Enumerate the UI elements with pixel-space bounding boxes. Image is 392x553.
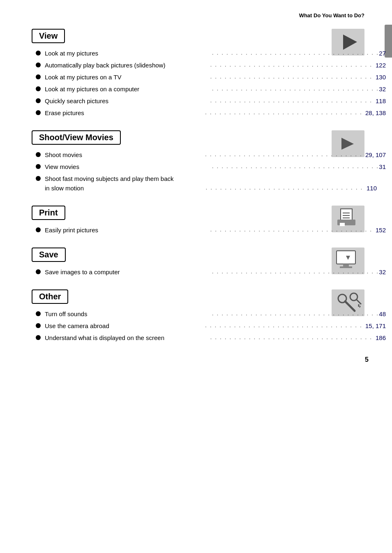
list-item: Automatically play back pictures (slides… xyxy=(36,61,377,70)
page-header: What Do You Want to Do? xyxy=(32,12,377,19)
section-view-title: View xyxy=(32,29,65,43)
bullet-icon xyxy=(36,227,41,232)
dot-leader xyxy=(212,84,378,93)
bullet-icon xyxy=(36,176,41,181)
dot-leader xyxy=(212,49,378,58)
section-movies-items: Shoot movies 29, 107 View movies 31 Shoo… xyxy=(32,150,377,193)
bullet-icon xyxy=(36,62,41,67)
dot-leader xyxy=(210,333,374,342)
dot-leader xyxy=(212,162,378,171)
list-item: Shoot fast moving subjects and play them… xyxy=(36,174,377,193)
list-item: Easily print pictures 152 xyxy=(36,226,377,235)
section-save: Save Save images to a computer 32 xyxy=(32,248,377,277)
section-view-items: Look at my pictures 27 Automatically pla… xyxy=(32,49,377,118)
section-other-title: Other xyxy=(32,289,68,304)
bullet-icon xyxy=(36,110,41,115)
dot-leader xyxy=(210,72,374,81)
bullet-icon xyxy=(36,269,41,274)
dot-leader xyxy=(205,321,364,330)
dot-leader xyxy=(210,225,374,234)
dot-leader xyxy=(212,309,378,318)
section-movies: Shoot/View Movies Shoot movies 29, 107 V… xyxy=(32,130,377,193)
dot-leader xyxy=(205,183,365,192)
dot-leader xyxy=(210,60,374,69)
dot-leader xyxy=(210,96,374,105)
bullet-icon xyxy=(36,74,41,79)
bullet-icon xyxy=(36,335,41,340)
list-item: Save images to a computer 32 xyxy=(36,268,377,277)
list-item: Shoot movies 29, 107 xyxy=(36,150,377,160)
svg-rect-12 xyxy=(337,251,355,264)
bullet-icon xyxy=(36,311,41,316)
dot-leader xyxy=(212,267,378,276)
list-item: Look at my pictures on a computer 32 xyxy=(36,85,377,94)
section-save-title: Save xyxy=(32,248,66,262)
dot-leader xyxy=(205,150,364,159)
section-print: Print Easily print pictures 152 xyxy=(32,206,377,235)
header-title: What Do You Want to Do? xyxy=(299,12,364,19)
bullet-icon xyxy=(36,164,41,169)
bullet-icon xyxy=(36,323,41,328)
bullet-icon xyxy=(36,86,41,91)
bullet-icon xyxy=(36,98,41,103)
section-other-items: Turn off sounds 48 Use the camera abroad… xyxy=(32,310,377,343)
page-number: 5 xyxy=(365,356,369,363)
list-item: Erase pictures 28, 138 xyxy=(36,109,377,118)
section-other: Other Turn off sounds 48 Use the camera … xyxy=(32,289,377,343)
section-save-items: Save images to a computer 32 xyxy=(32,268,377,277)
list-item: Turn off sounds 48 xyxy=(36,310,377,319)
svg-rect-13 xyxy=(343,264,349,266)
section-view: View Look at my pictures 27 Automaticall… xyxy=(32,29,377,118)
list-item: Understand what is displayed on the scre… xyxy=(36,333,377,343)
section-movies-title: Shoot/View Movies xyxy=(32,130,121,145)
list-item: Use the camera abroad 15, 171 xyxy=(36,322,377,331)
list-item: Look at my pictures on a TV 130 xyxy=(36,73,377,82)
section-print-title: Print xyxy=(32,206,65,220)
bullet-icon xyxy=(36,51,41,56)
list-item: Quickly search pictures 118 xyxy=(36,97,377,106)
list-item: View movies 31 xyxy=(36,162,377,172)
item-line1: Shoot fast moving subjects and play them… xyxy=(45,174,377,184)
item-line2: in slow motion xyxy=(45,184,205,193)
bullet-icon xyxy=(36,152,41,157)
section-print-items: Easily print pictures 152 xyxy=(32,226,377,235)
list-item: Look at my pictures 27 xyxy=(36,49,377,58)
dot-leader xyxy=(205,108,364,117)
